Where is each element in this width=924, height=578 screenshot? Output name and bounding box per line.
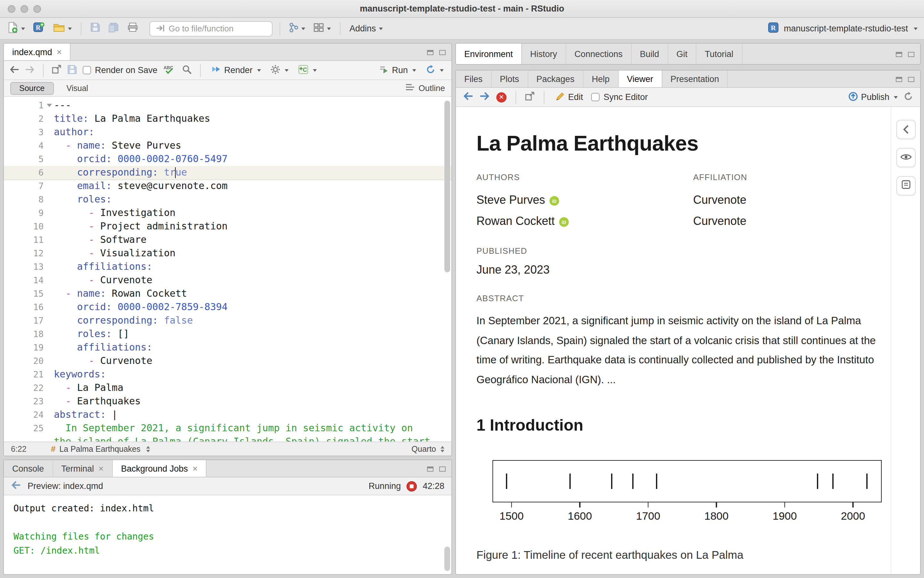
code-line-22[interactable]: 22 - La Palma xyxy=(4,381,451,395)
tab-tutorial[interactable]: Tutorial xyxy=(696,44,742,64)
section-selector[interactable]: # La Palma Earthquakes xyxy=(51,444,150,454)
code-line-7[interactable]: 7 email: steve@curvenote.com xyxy=(4,179,451,193)
tab-console[interactable]: Console xyxy=(4,460,53,477)
notes-button[interactable] xyxy=(896,176,915,195)
zoom-window-button[interactable] xyxy=(33,5,41,13)
new-project-button[interactable]: R xyxy=(31,21,47,37)
tab-history[interactable]: History xyxy=(522,44,566,64)
code-line-5[interactable]: 5 orcid: 0000-0002-0760-5497 xyxy=(4,153,451,166)
find-button[interactable] xyxy=(182,64,191,76)
code-line-8[interactable]: 8 roles: xyxy=(4,193,451,206)
viewer-refresh-button[interactable] xyxy=(903,91,913,103)
visual-mode-button[interactable]: Visual xyxy=(57,82,97,94)
code-line-1[interactable]: 1--- xyxy=(4,99,451,112)
run-button[interactable]: Run xyxy=(377,64,418,76)
back-button[interactable] xyxy=(10,65,19,75)
tab-terminal[interactable]: Terminal× xyxy=(53,460,112,477)
maximize-pane-button[interactable] xyxy=(908,48,914,60)
minimize-window-button[interactable] xyxy=(21,5,28,13)
version-control-button[interactable] xyxy=(287,21,307,36)
tab-connections[interactable]: Connections xyxy=(566,44,631,64)
tab-build[interactable]: Build xyxy=(631,44,668,64)
code-line-4[interactable]: 4 - name: Steve Purves xyxy=(4,139,451,153)
reader-view-button[interactable] xyxy=(896,148,915,167)
code-line-3[interactable]: 3author: xyxy=(4,126,451,139)
goto-file-search[interactable] xyxy=(150,21,273,36)
insert-chunk-button[interactable]: C xyxy=(296,63,319,77)
tab-plots[interactable]: Plots xyxy=(491,70,528,87)
render-options-button[interactable] xyxy=(269,63,291,77)
editor-scrollbar[interactable] xyxy=(444,101,450,272)
code-line-21[interactable]: 21keywords: xyxy=(4,368,451,381)
maximize-pane-button[interactable] xyxy=(439,463,446,474)
close-tab-icon[interactable]: × xyxy=(57,47,62,57)
workspace-panes-button[interactable] xyxy=(312,21,333,36)
code-line-23[interactable]: 23 - Earthquakes xyxy=(4,395,451,408)
new-file-button[interactable] xyxy=(7,20,27,37)
maximize-pane-button[interactable] xyxy=(908,73,914,84)
viewer-popout-button[interactable] xyxy=(525,92,535,102)
open-file-button[interactable] xyxy=(51,21,74,36)
tab-packages[interactable]: Packages xyxy=(528,70,584,87)
tab-help[interactable]: Help xyxy=(584,70,619,87)
close-tab-icon[interactable]: × xyxy=(192,464,197,473)
forward-button[interactable] xyxy=(25,65,35,75)
save-button[interactable] xyxy=(88,21,102,36)
back-icon[interactable] xyxy=(11,481,21,492)
tab-files[interactable]: Files xyxy=(456,70,491,87)
minimize-pane-button[interactable] xyxy=(896,48,902,60)
job-output[interactable]: Output created: index.html Watching file… xyxy=(4,495,451,574)
tab-presentation[interactable]: Presentation xyxy=(662,70,728,87)
checkbox-box[interactable] xyxy=(592,93,600,101)
code-line-9[interactable]: 9 - Investigation xyxy=(4,206,451,220)
code-line-13[interactable]: 13 affiliations: xyxy=(4,260,451,274)
code-line-2[interactable]: 2title: La Palma Earthquakes xyxy=(4,112,451,126)
code-line-15[interactable]: 15 - name: Rowan Cockett xyxy=(4,287,451,300)
sync-editor-checkbox[interactable]: Sync Editor xyxy=(592,92,648,102)
popout-button[interactable] xyxy=(52,65,62,76)
code-line-14[interactable]: 14 - Curvenote xyxy=(4,274,451,287)
edit-button[interactable]: Edit xyxy=(553,90,585,104)
goto-file-input[interactable] xyxy=(169,24,266,33)
code-line-10[interactable]: 10 - Project administration xyxy=(4,220,451,233)
project-selector[interactable]: R manuscript-template-rstudio-test xyxy=(768,23,917,35)
print-button[interactable] xyxy=(126,21,140,36)
tab-index-qmd[interactable]: index.qmd × xyxy=(4,44,71,60)
file-type-selector[interactable]: Quarto xyxy=(412,444,444,453)
code-line-25[interactable]: 25 In September 2021, a significant jump… xyxy=(4,422,451,435)
tab-background-jobs[interactable]: Background Jobs× xyxy=(112,460,207,477)
minimize-pane-button[interactable] xyxy=(896,73,902,84)
code-line-16[interactable]: 16 orcid: 0000-0002-7859-8394 xyxy=(4,300,451,314)
tab-environment[interactable]: Environment xyxy=(456,44,522,64)
save-icon[interactable] xyxy=(67,64,77,76)
code-line-19[interactable]: 19 affiliations: xyxy=(4,341,451,354)
minimize-pane-button[interactable] xyxy=(427,463,433,474)
console-scrollbar[interactable] xyxy=(444,547,450,571)
code-line-17[interactable]: 17 corresponding: false xyxy=(4,314,451,328)
code-line-11[interactable]: 11 - Software xyxy=(4,233,451,247)
addins-button[interactable]: Addins xyxy=(348,23,385,35)
code-line-18[interactable]: 18 roles: [] xyxy=(4,328,451,341)
render-on-save-checkbox[interactable]: Render on Save xyxy=(83,65,158,75)
viewer-back-button[interactable] xyxy=(463,92,473,102)
code-editor[interactable]: 1---2title: La Palma Earthquakes3author:… xyxy=(4,97,451,442)
collapse-sidebar-button[interactable] xyxy=(896,120,915,139)
save-all-button[interactable] xyxy=(106,21,121,36)
clear-viewer-button[interactable]: ✕ xyxy=(496,92,507,102)
tab-git[interactable]: Git xyxy=(668,44,697,64)
orcid-icon[interactable]: iD xyxy=(559,217,569,227)
fold-arrow-icon[interactable] xyxy=(47,104,52,107)
tab-viewer[interactable]: Viewer xyxy=(618,70,662,87)
checkbox-box[interactable] xyxy=(83,66,91,74)
code-line-24[interactable]: 24abstract: | xyxy=(4,408,451,422)
stop-job-button[interactable] xyxy=(407,481,417,491)
maximize-pane-button[interactable] xyxy=(439,46,446,58)
code-line-12[interactable]: 12 - Visualization xyxy=(4,247,451,260)
close-tab-icon[interactable]: × xyxy=(98,464,104,473)
outline-button[interactable]: Outline xyxy=(405,83,445,93)
code-line-6[interactable]: 6 corresponding: true xyxy=(4,166,451,179)
publish-button[interactable]: Publish xyxy=(846,90,900,104)
code-line-20[interactable]: 20 - Curvenote xyxy=(4,354,451,368)
spellcheck-button[interactable]: ABC xyxy=(163,64,176,76)
close-window-button[interactable] xyxy=(8,5,15,13)
